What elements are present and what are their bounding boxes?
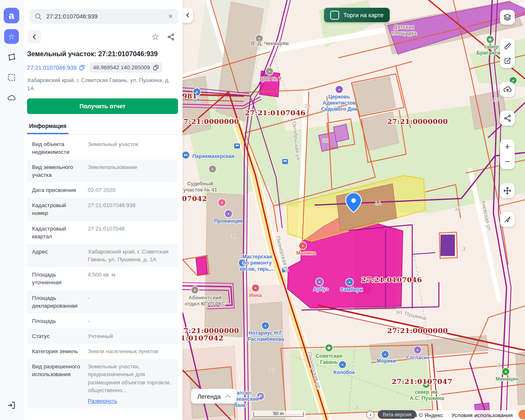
info-table: Вид объекта недвижимостиЗемельный участо… (27, 137, 178, 409)
poi-label[interactable]: банк (234, 402, 246, 408)
zoom-controls[interactable]: + − (500, 139, 515, 169)
trades-on-map-toggle[interactable]: Торги на карте (324, 8, 390, 22)
poi-label[interactable]: Мастерская (242, 254, 272, 260)
poi-glyph: • (512, 78, 514, 83)
locate-button[interactable] (500, 212, 515, 227)
sidebar-item-favorites[interactable]: ☆ (4, 29, 19, 44)
share-icon (503, 114, 512, 123)
sidebar-item-polygon-select[interactable] (4, 50, 19, 64)
pan-button[interactable] (500, 183, 515, 198)
poi-label[interactable]: В. Д. Чекмарёв (251, 41, 289, 46)
poi-label[interactable]: Расламбекова (248, 336, 285, 342)
share-button[interactable] (163, 30, 179, 44)
back-button[interactable] (28, 30, 41, 43)
poi-label[interactable]: Адвентистов (322, 100, 356, 106)
support-chat-button[interactable] (518, 410, 525, 419)
zoom-out-button[interactable]: − (505, 155, 510, 169)
cadastral-number-text: 27:21:0107046:939 (27, 64, 77, 71)
ruler-icon[interactable] (503, 42, 512, 50)
poi-label[interactable]: весов, гирь,... (240, 266, 275, 272)
poi-label[interactable]: Судебный (187, 181, 213, 187)
cadastral-label: 27:21:0107046 (245, 109, 306, 117)
sidebar-item-exit[interactable] (4, 398, 19, 413)
info-row-value: Учтенный (88, 332, 175, 340)
chevron-left-icon (31, 34, 38, 40)
poi-label[interactable]: участок № 41 (183, 187, 217, 193)
poi-label[interactable]: Советская (316, 353, 342, 359)
poi-label[interactable]: Морики (377, 358, 396, 364)
terms-link[interactable]: Условия использования (451, 412, 513, 418)
get-report-button[interactable]: Получить отчет (27, 98, 178, 114)
poi-label[interactable]: Детская (394, 24, 414, 30)
sidebar-item-area-select[interactable] (4, 70, 19, 85)
legend-button[interactable]: Легенда (191, 389, 237, 404)
trades-checkbox[interactable] (330, 11, 339, 20)
copy-icon[interactable] (79, 65, 85, 71)
poi-label[interactable]: Парикмахерская (192, 153, 234, 159)
share-map-button[interactable] (500, 111, 515, 126)
app-rail: a ☆ (0, 0, 23, 420)
clear-search-icon[interactable]: ✕ (168, 13, 173, 20)
poi-label[interactable]: сквер им. (415, 389, 439, 395)
cloud-upload-icon (503, 85, 512, 94)
cadastral-label: 27:21:0107042 (183, 194, 207, 203)
info-row: Категория земельЗемли населенных пунктов (27, 344, 178, 359)
poi-label[interactable]: А.С. Пушкина (410, 395, 444, 401)
poi-label[interactable]: Согласие (406, 355, 430, 361)
poi-label[interactable]: Провинция (214, 218, 243, 224)
sidebar-item-cloud[interactable] (4, 91, 19, 105)
poi-label[interactable]: Нотариус Н.Г. (249, 330, 283, 336)
poi-label[interactable]: площадка (391, 30, 417, 36)
app-logo-icon[interactable]: a (4, 8, 19, 23)
house-number: 7 (355, 406, 358, 411)
search-bar[interactable]: ✕ (30, 9, 178, 24)
info-row-label: Дата присвоения (32, 186, 88, 194)
cadastral-number-link[interactable]: 27:21:0107046:939 (27, 64, 85, 71)
cadastral-label: 27:21:0107042 (183, 334, 224, 342)
coordinates-chip[interactable]: 48.969542 140.285009 (89, 62, 162, 73)
poi-label[interactable]: Абонентский (189, 295, 222, 301)
poi-label[interactable]: Колобок (333, 370, 355, 375)
poi-label[interactable]: Седьмого Дня (321, 106, 357, 112)
poi-label[interactable]: Инна (249, 292, 262, 298)
location-arrow-icon (503, 215, 511, 224)
tab-information[interactable]: Информация (27, 120, 68, 134)
poi-label[interactable]: Церковь (329, 94, 350, 100)
poi-label[interactable]: Миницен (495, 376, 518, 382)
map-container[interactable]: Пионерская ул.Пионерская ул.Октябрьская … (183, 0, 525, 420)
layers-button[interactable] (500, 10, 515, 25)
poi-label[interactable]: по ремонту (243, 260, 272, 266)
poi-glyph: ★ (488, 37, 492, 42)
chevron-left-icon (185, 12, 191, 18)
info-icon[interactable]: i (366, 411, 374, 419)
poi-glyph: • (338, 87, 340, 92)
poi-label[interactable]: отдел КГУП РКС (185, 301, 225, 307)
expand-link[interactable]: Развернуть (88, 397, 117, 405)
upload-button[interactable] (500, 82, 515, 97)
poi-label[interactable]: ЦТП № 7 (260, 76, 282, 82)
poi-glyph: • (417, 347, 418, 352)
poi-glyph: • (342, 362, 343, 367)
poi-label[interactable]: Арбуз (313, 286, 328, 292)
poi-label[interactable]: Гавань (320, 359, 338, 365)
map-canvas[interactable]: Пионерская ул.Пионерская ул.Октябрьская … (183, 0, 525, 420)
info-row: Площадь декларированная- (27, 290, 178, 313)
scale-frame (253, 412, 304, 417)
measure-edit-group[interactable] (500, 39, 515, 68)
poi-glyph: ✂ (184, 153, 187, 158)
info-row: Дата присвоения02.07.2020 (27, 183, 178, 198)
favorite-button[interactable]: ☆ (148, 30, 163, 44)
poi-label[interactable]: Самбери (340, 287, 363, 292)
collapse-panel-button[interactable] (183, 7, 193, 23)
poi-glyph: • (269, 69, 270, 74)
poi-label[interactable]: сквер (484, 44, 499, 50)
poi-label[interactable]: Малина (296, 250, 316, 256)
edit-icon[interactable] (503, 57, 512, 65)
search-input[interactable] (46, 13, 164, 20)
zoom-in-button[interactable]: + (505, 140, 510, 154)
address-text: Хабаровский край, г. Советская Гавань, у… (27, 76, 178, 93)
copy-icon[interactable] (153, 65, 159, 71)
search-icon (34, 13, 42, 20)
house-number: 12 (269, 367, 275, 373)
info-row-label: Вид земельного участка (32, 163, 88, 179)
